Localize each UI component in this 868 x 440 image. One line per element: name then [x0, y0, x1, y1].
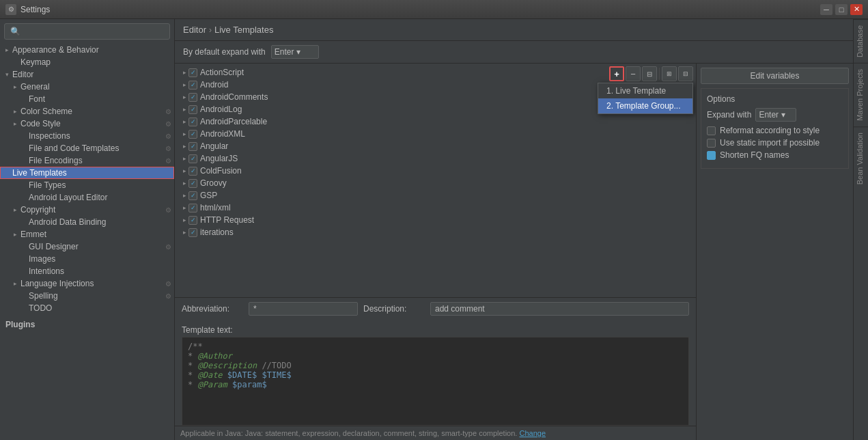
sidebar-item-file-code-templates[interactable]: File and Code Templates ⚙	[0, 142, 174, 154]
group-httprequest[interactable]: HTTP Request	[175, 214, 696, 226]
copy-template-button[interactable]: ⊟	[642, 66, 657, 81]
sidebar-item-android-layout[interactable]: Android Layout Editor	[0, 191, 174, 204]
main-container: Appearance & Behavior Keymap Editor Gene…	[0, 19, 868, 440]
reformat-checkbox[interactable]	[707, 126, 716, 135]
add-template-button[interactable]: +	[609, 66, 624, 81]
live-template-option[interactable]: 1. Live Template	[598, 83, 692, 98]
applicable-change-link[interactable]: Change	[519, 429, 546, 437]
sidebar-item-appearance[interactable]: Appearance & Behavior	[0, 44, 174, 56]
maximize-button[interactable]: □	[835, 4, 848, 15]
description-input[interactable]	[430, 302, 689, 316]
static-import-checkbox[interactable]	[707, 139, 716, 148]
minimize-button[interactable]: ─	[820, 4, 832, 15]
sidebar-item-language-injections[interactable]: Language Injections ⚙	[0, 277, 174, 290]
side-tab-maven[interactable]: Maven Projects	[854, 63, 868, 126]
arrow-androidparcelable	[180, 118, 188, 126]
check-androidlog[interactable]	[188, 105, 197, 114]
shorten-fq-label: Shorten FQ names	[720, 150, 789, 160]
sidebar-label-file-types: File Types	[29, 180, 66, 190]
check-coldfusion[interactable]	[188, 167, 197, 176]
close-button[interactable]: ✕	[850, 4, 863, 15]
window-title: Settings	[20, 5, 820, 14]
abbr-desc-section: Abbreviation: Description:	[175, 297, 696, 324]
check-angularjs[interactable]	[188, 154, 197, 163]
sidebar-item-code-style[interactable]: Code Style ⚙	[0, 118, 174, 130]
edit-variables-button[interactable]: Edit variables	[701, 68, 849, 84]
check-androidxml[interactable]	[188, 130, 197, 139]
plugins-label: Plugins	[5, 320, 35, 329]
plugins-section: Plugins	[0, 317, 174, 331]
search-input[interactable]	[4, 23, 170, 40]
check-androidcomments[interactable]	[188, 93, 197, 102]
expand-icon: ⊞	[667, 70, 672, 77]
sidebar-item-general[interactable]: General	[0, 81, 174, 93]
sidebar-item-images[interactable]: Images	[0, 253, 174, 265]
group-angularjs[interactable]: AngularJS	[175, 152, 696, 165]
check-httprequest[interactable]	[188, 216, 197, 225]
abbreviation-label: Abbreviation:	[182, 304, 243, 314]
sidebar-item-copyright[interactable]: Copyright ⚙	[0, 204, 174, 216]
template-var-date: $DATE$	[227, 370, 257, 380]
arrow-groovy	[180, 179, 188, 187]
abbreviation-row: Abbreviation: Description:	[182, 302, 689, 316]
arrow-coldfusion	[180, 167, 188, 175]
sidebar-item-todo[interactable]: TODO	[0, 302, 174, 314]
sidebar-item-live-templates[interactable]: Live Templates	[0, 167, 174, 179]
group-groovy[interactable]: Groovy	[175, 177, 696, 189]
label-iterations: iterations	[200, 228, 234, 237]
side-tab-bean[interactable]: Bean Validation	[854, 126, 868, 190]
remove-template-button[interactable]: −	[626, 66, 641, 81]
sidebar-item-intentions[interactable]: Intentions	[0, 265, 174, 277]
breadcrumb-separator: ›	[209, 25, 212, 35]
sidebar-item-android-data-binding[interactable]: Android Data Binding	[0, 216, 174, 228]
title-bar: ⚙ Settings ─ □ ✕	[0, 0, 868, 19]
check-androidparcelable[interactable]	[188, 118, 197, 126]
check-actionscript[interactable]	[188, 68, 197, 77]
group-htmlxml[interactable]: html/xml	[175, 202, 696, 214]
template-line2-star: *	[188, 351, 197, 361]
sidebar-item-emmet[interactable]: Emmet	[0, 228, 174, 240]
arrow-general	[11, 83, 19, 91]
sidebar-label-intentions: Intentions	[29, 266, 64, 276]
shorten-fq-checkbox[interactable]	[707, 151, 716, 160]
group-coldfusion[interactable]: ColdFusion	[175, 165, 696, 177]
side-tab-database[interactable]: Database	[854, 19, 868, 63]
sidebar-item-color-scheme[interactable]: Color Scheme ⚙	[0, 105, 174, 118]
template-group-option[interactable]: 2. Template Group...	[598, 98, 692, 113]
arrow-androidlog	[180, 105, 188, 113]
group-iterations[interactable]: iterations	[175, 226, 696, 238]
expand-with-dropdown[interactable]: Enter ▾	[271, 45, 319, 59]
template-annotation-author: @Author	[197, 351, 232, 361]
check-groovy[interactable]	[188, 179, 197, 188]
sidebar-item-spelling[interactable]: Spelling ⚙	[0, 290, 174, 302]
check-angular[interactable]	[188, 142, 197, 151]
sidebar-item-file-types[interactable]: File Types	[0, 179, 174, 191]
abbreviation-input[interactable]	[249, 302, 358, 316]
options-expand-dropdown[interactable]: Enter ▾	[755, 108, 796, 122]
group-androidparcelable[interactable]: AndroidParcelable	[175, 115, 696, 128]
add-dropdown-menu: 1. Live Template 2. Template Group...	[598, 83, 693, 114]
expand-dropdown-arrow: ▾	[296, 47, 300, 57]
expand-all-button[interactable]: ⊞	[662, 66, 677, 81]
check-gsp[interactable]	[188, 191, 197, 200]
arrow-gsp	[180, 191, 188, 200]
sidebar-item-file-encodings[interactable]: File Encodings ⚙	[0, 154, 174, 167]
sidebar-item-gui-designer[interactable]: GUI Designer ⚙	[0, 240, 174, 253]
static-import-label: Use static import if possible	[720, 138, 820, 148]
check-htmlxml[interactable]	[188, 204, 197, 212]
sidebar-item-inspections[interactable]: Inspections ⚙	[0, 130, 174, 142]
check-iterations[interactable]	[188, 228, 197, 237]
group-angular[interactable]: Angular	[175, 140, 696, 152]
template-editor[interactable]: /** * @Author * @Description //TODO * @D…	[182, 337, 689, 426]
group-gsp[interactable]: GSP	[175, 189, 696, 202]
label-android: Android	[200, 80, 228, 90]
check-android[interactable]	[188, 81, 197, 90]
static-import-row: Use static import if possible	[707, 138, 843, 148]
sidebar-item-editor[interactable]: Editor	[0, 68, 174, 81]
collapse-all-button[interactable]: ⊟	[678, 66, 693, 81]
sidebar-item-keymap[interactable]: Keymap	[0, 56, 174, 68]
sidebar-item-font[interactable]: Font	[0, 93, 174, 105]
sidebar-label-gui-designer: GUI Designer	[29, 242, 79, 251]
template-annotation-desc: @Description	[197, 361, 257, 370]
group-androidxml[interactable]: AndroidXML	[175, 128, 696, 140]
